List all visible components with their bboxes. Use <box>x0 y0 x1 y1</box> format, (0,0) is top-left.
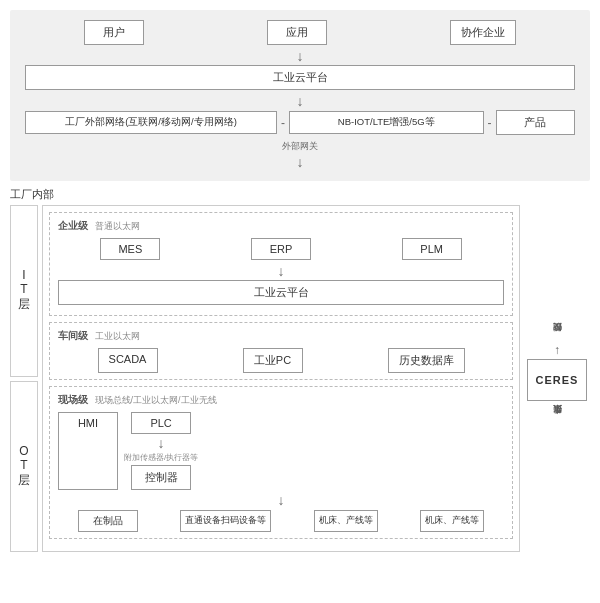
field-label: 现场级 现场总线/工业以太网/工业无线 <box>58 393 504 407</box>
box-hist-db: 历史数据库 <box>388 348 465 373</box>
ot-layer-label: O T 层 <box>10 381 38 553</box>
workshop-boxes: SCADA 工业PC 历史数据库 <box>58 348 504 373</box>
box-scada: SCADA <box>98 348 158 373</box>
row-cloud: 工业云平台 <box>25 65 575 90</box>
arrow2: ↓ <box>25 94 575 108</box>
arrow1: ↓ <box>25 49 575 63</box>
box-cloud: 工业云平台 <box>25 65 575 90</box>
arrow-h2: - <box>488 116 492 130</box>
box-user: 用户 <box>84 20 144 45</box>
factory-section: I T 层 O T 层 企业级 普通以太网 MES ERP <box>10 205 590 552</box>
enterprise-label: 企业级 普通以太网 <box>58 219 504 233</box>
box-erp: ERP <box>251 238 311 260</box>
box-hmi: HMI <box>58 412 118 490</box>
ceres-box: CERES <box>527 359 588 401</box>
arrow-ent: ↓ <box>58 264 504 278</box>
box-nb-iot: NB-IOT/LTE增强/5G等 <box>289 111 484 134</box>
enterprise-level: 企业级 普通以太网 MES ERP PLM ↓ 工业云平台 <box>49 212 513 316</box>
box-app: 应用 <box>267 20 327 45</box>
box-industry-cloud: 工业云平台 <box>58 280 504 305</box>
workshop-level: 车间级 工业以太网 SCADA 工业PC 历史数据库 <box>49 322 513 380</box>
box-machine1: 机床、产线等 <box>314 510 378 532</box>
box-plm: PLM <box>402 238 462 260</box>
box-product: 产品 <box>496 110 576 135</box>
arrow-h1: - <box>281 116 285 130</box>
arrow-field-down: ↓ <box>58 493 504 507</box>
enterprise-boxes: MES ERP PLM <box>58 238 504 260</box>
top-section: 用户 应用 协作企业 ↓ 工业云平台 ↓ 工厂外部网络(互联网/移动网/专用网络… <box>10 10 590 181</box>
field-row2: 在制品 直通设备扫码设备等 机床、产线等 机床、产线等 <box>58 510 504 532</box>
right-panel: 控制反馈 ↑ CERES ↓ 数据采集 <box>524 205 590 552</box>
box-machine2: 机床、产线等 <box>420 510 484 532</box>
top-row1: 用户 应用 协作企业 <box>25 20 575 45</box>
row-industry-cloud: 工业云平台 <box>58 280 504 305</box>
factory-inner: 企业级 普通以太网 MES ERP PLM ↓ 工业云平台 车间级 工业以太网 <box>42 205 520 552</box>
plc-group: PLC ↓ 附加传感器/执行器等 控制器 <box>124 412 198 490</box>
workshop-label: 车间级 工业以太网 <box>58 329 504 343</box>
factory-outer-label: 工厂内部 <box>10 187 590 202</box>
field-row1: HMI PLC ↓ 附加传感器/执行器等 控制器 <box>58 412 504 490</box>
box-plc: PLC <box>131 412 191 434</box>
box-partner: 协作企业 <box>450 20 516 45</box>
box-ext-network: 工厂外部网络(互联网/移动网/专用网络) <box>25 111 277 134</box>
row-network: 工厂外部网络(互联网/移动网/专用网络) - NB-IOT/LTE增强/5G等 … <box>25 110 575 135</box>
left-labels: I T 层 O T 层 <box>10 205 38 552</box>
arrow-plc: ↓ <box>158 436 165 450</box>
box-mes: MES <box>100 238 160 260</box>
arrow-control: ↑ <box>554 343 560 357</box>
diagram-container: 用户 应用 协作企业 ↓ 工业云平台 ↓ 工厂外部网络(互联网/移动网/专用网络… <box>0 0 600 562</box>
box-scan: 直通设备扫码设备等 <box>180 510 271 532</box>
box-wip: 在制品 <box>78 510 138 532</box>
it-layer-label: I T 层 <box>10 205 38 377</box>
arrow-data: ↓ <box>554 403 560 417</box>
box-industrial-pc: 工业PC <box>243 348 303 373</box>
arrow3: ↓ <box>297 155 304 169</box>
controller-note: 附加传感器/执行器等 <box>124 452 198 463</box>
box-controller: 控制器 <box>131 465 191 490</box>
gateway-label: 外部网关 <box>282 140 318 153</box>
field-level: 现场级 现场总线/工业以太网/工业无线 HMI PLC ↓ 附加传感器/执行器等… <box>49 386 513 539</box>
